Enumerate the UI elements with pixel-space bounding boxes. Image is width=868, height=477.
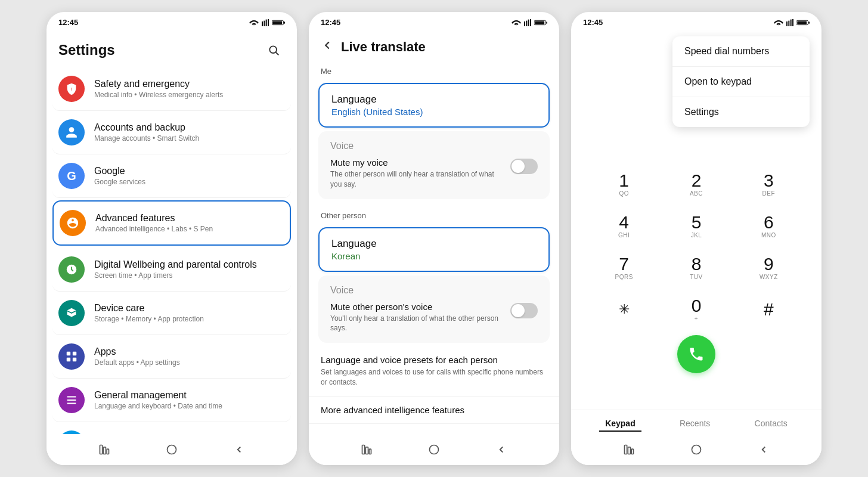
nav-back-3[interactable]	[755, 441, 772, 458]
key-7-letters: PQRS	[615, 274, 633, 280]
key-1-letters: QO	[619, 190, 629, 197]
nav-bar-2	[309, 434, 559, 465]
nav-home-2[interactable]	[426, 441, 442, 458]
settings-item-accounts[interactable]: Accounts and backup Manage accounts • Sm…	[52, 111, 291, 154]
settings-item-digital[interactable]: Digital Wellbeing and parental controls …	[52, 248, 291, 292]
settings-item-safety[interactable]: ! Safety and emergency Medical info • Wi…	[52, 67, 291, 111]
digital-sub: Screen time • App timers	[94, 271, 285, 280]
nav-home-1[interactable]	[163, 441, 180, 458]
safety-sub: Medical info • Wireless emergency alerts	[94, 91, 285, 99]
dialer-tabs: Keypad Recents Contacts	[571, 410, 822, 434]
key-hash-number: #	[764, 301, 774, 318]
key-0-letters: +	[695, 315, 698, 322]
settings-item-apps[interactable]: Apps Default apps • App settings	[52, 335, 291, 379]
mute-other-label: Mute other person's voice	[330, 302, 504, 312]
key-star[interactable]: ✳	[589, 290, 659, 329]
mute-my-voice-label: Mute my voice	[330, 157, 504, 168]
translate-content: Me Language English (United States) Voic…	[309, 61, 559, 434]
svg-rect-18	[107, 449, 108, 454]
tab-contacts[interactable]: Contacts	[749, 416, 793, 432]
key-0-number: 0	[692, 297, 702, 315]
key-2[interactable]: 2 ABC	[661, 165, 731, 204]
time-3: 12:45	[583, 18, 603, 27]
nav-bar-3	[571, 434, 822, 465]
svg-rect-23	[530, 19, 531, 26]
search-button[interactable]	[262, 39, 285, 61]
key-5[interactable]: 5 JKL	[661, 206, 731, 246]
phone-dialer: 12:45 Speed dial numbers Open to keypad …	[571, 12, 822, 465]
settings-item-advanced[interactable]: Advanced features Advanced intelligence …	[52, 200, 291, 246]
presets-desc: Set languages and voices to use for call…	[321, 367, 547, 388]
settings-item-accessibility[interactable]: Accessibility	[52, 422, 291, 434]
mute-other-row: Mute other person's voice You'll only he…	[330, 302, 538, 334]
context-menu-open-keypad[interactable]: Open to keypad	[672, 67, 810, 97]
call-button[interactable]	[677, 335, 715, 373]
svg-rect-29	[369, 449, 371, 454]
apps-icon	[58, 343, 85, 370]
svg-rect-37	[797, 21, 807, 24]
nav-back-2[interactable]	[493, 441, 510, 458]
apps-title: Apps	[94, 346, 285, 357]
key-hash[interactable]: #	[734, 290, 804, 329]
language-me-value: English (United States)	[331, 107, 537, 117]
advanced-icon	[60, 210, 86, 236]
key-7[interactable]: 7 PQRS	[589, 248, 659, 287]
phone-settings: 12:45 Settings ! Safety a	[46, 12, 297, 465]
safety-icon: !	[58, 76, 85, 102]
svg-text:!: !	[71, 86, 73, 92]
status-bar-2: 12:45	[309, 12, 559, 30]
language-me-title: Language	[331, 94, 537, 106]
mute-other-toggle[interactable]	[510, 303, 538, 318]
back-button[interactable]	[321, 39, 334, 55]
phone-live-translate: 12:45 Live translate Me Language English…	[309, 12, 559, 465]
nav-recent-3[interactable]	[621, 441, 637, 458]
general-sub: Language and keyboard • Date and time	[94, 402, 285, 410]
key-6-number: 6	[764, 213, 774, 231]
key-8[interactable]: 8 TUV	[661, 248, 731, 287]
keypad-area: 1 QO 2 ABC 3 DEF 4 GHI	[571, 127, 822, 410]
settings-item-general[interactable]: General management Language and keyboard…	[52, 379, 291, 422]
key-star-number: ✳	[619, 303, 630, 316]
google-icon: G	[58, 163, 85, 189]
key-4-number: 4	[619, 213, 629, 231]
tab-contacts-label: Contacts	[755, 419, 788, 428]
key-7-number: 7	[619, 255, 629, 273]
digital-icon	[58, 256, 85, 283]
nav-home-3[interactable]	[688, 441, 705, 458]
tab-recents[interactable]: Recents	[674, 416, 716, 432]
key-4[interactable]: 4 GHI	[589, 206, 659, 246]
settings-item-google[interactable]: G Google Google services	[52, 154, 291, 198]
key-1[interactable]: 1 QO	[589, 165, 659, 204]
key-9[interactable]: 9 WXYZ	[734, 248, 804, 287]
svg-rect-11	[67, 352, 70, 355]
key-8-number: 8	[692, 255, 702, 273]
svg-rect-33	[790, 19, 792, 26]
language-card-other[interactable]: Language Korean	[318, 227, 550, 272]
status-icons-2	[512, 19, 547, 26]
nav-recent-1[interactable]	[96, 441, 113, 458]
language-card-me[interactable]: Language English (United States)	[318, 83, 550, 128]
general-text: General management Language and keyboard…	[94, 390, 285, 410]
key-5-number: 5	[692, 213, 702, 231]
key-5-letters: JKL	[691, 232, 702, 238]
key-1-number: 1	[619, 172, 629, 190]
tab-keypad-label: Keypad	[605, 419, 636, 428]
key-3-number: 3	[764, 172, 774, 190]
context-menu-speed-dial[interactable]: Speed dial numbers	[672, 36, 810, 67]
context-menu-settings[interactable]: Settings	[672, 97, 810, 127]
key-9-letters: WXYZ	[760, 274, 778, 280]
settings-item-device[interactable]: Device care Storage • Memory • App prote…	[52, 292, 291, 335]
apps-text: Apps Default apps • App settings	[94, 346, 285, 367]
presets-item[interactable]: Language and voice presets for each pers…	[309, 346, 559, 397]
tab-keypad[interactable]: Keypad	[599, 416, 641, 432]
key-6[interactable]: 6 MNO	[734, 206, 804, 246]
nav-back-1[interactable]	[231, 441, 247, 458]
svg-rect-17	[103, 447, 106, 454]
key-3[interactable]: 3 DEF	[734, 165, 804, 204]
mute-my-voice-toggle[interactable]	[510, 159, 538, 174]
svg-rect-20	[524, 21, 525, 26]
more-item[interactable]: More advanced intelligence features	[309, 397, 559, 424]
key-0[interactable]: 0 +	[661, 290, 731, 329]
nav-recent-2[interactable]	[358, 441, 375, 458]
svg-point-7	[269, 46, 277, 53]
